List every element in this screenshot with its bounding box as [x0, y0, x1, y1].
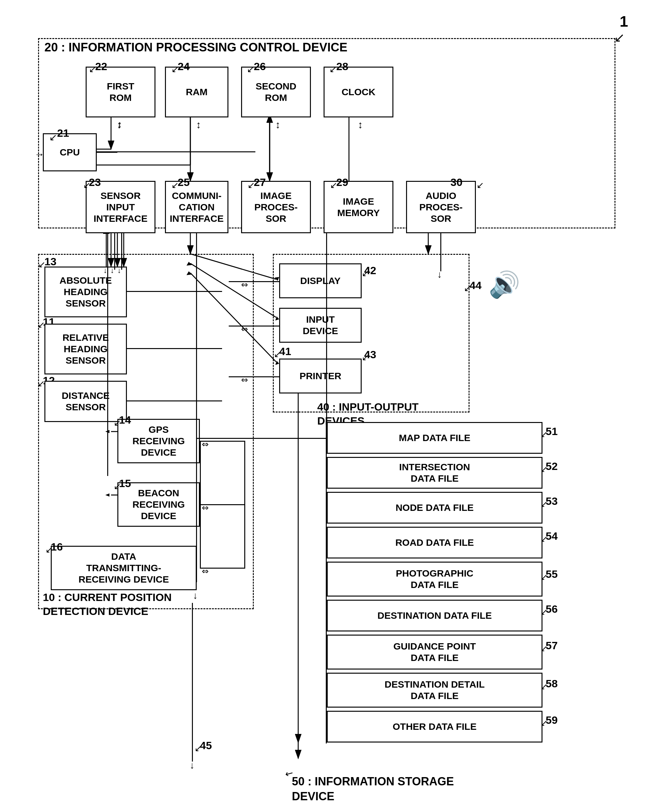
- node-data-file-box: NODE DATA FILE: [327, 492, 542, 524]
- first-rom-ref: 22: [95, 60, 107, 73]
- destination-detail-data-file-box: DESTINATION DETAILDATA FILE: [327, 673, 542, 708]
- printer-box: PRINTER: [279, 358, 362, 393]
- h-line-rel: [127, 348, 222, 349]
- image-processor-ref-arrow: ↙: [248, 180, 255, 190]
- ref-1-label: 1: [620, 13, 628, 30]
- sensor-input-ref-arrow: ↙: [83, 180, 90, 190]
- comm-interface-ref: 25: [177, 176, 190, 189]
- arrow-cpu-left: →: [34, 148, 44, 160]
- ref-56-arrow: ↙: [540, 607, 548, 617]
- rel-heading-box: RELATIVEHEADINGSENSOR: [44, 324, 127, 374]
- v-line-sensor1: [107, 233, 108, 270]
- ref-13: 13: [44, 256, 56, 268]
- ram-ref-arrow: ↙: [171, 64, 179, 75]
- diagram: 1 ↙: [13, 13, 641, 800]
- h-line-cpu: [97, 151, 255, 152]
- v-audio-down: [440, 233, 441, 271]
- h-bus-gps: [200, 441, 245, 442]
- ref-16-arrow: ↙: [45, 544, 53, 555]
- ref-15-arrow: ↙: [114, 481, 121, 491]
- display-box: DISPLAY: [279, 263, 362, 298]
- h-line-dist: [127, 401, 222, 401]
- audio-processor-box: AUDIOPROCES-SOR: [406, 181, 476, 233]
- first-rom-box: FIRSTROM: [86, 67, 156, 117]
- ref-41-arrow: ↙: [274, 349, 281, 360]
- h-bus-beacon: [200, 504, 245, 505]
- arrow-s1: ↓: [103, 266, 107, 275]
- second-rom-ref: 26: [254, 60, 266, 73]
- comm-interface-ref-arrow: ↙: [171, 180, 179, 190]
- audio-processor-ref-arrow: ↙: [476, 180, 484, 190]
- ref-44-arrow: ↙: [464, 283, 471, 293]
- clock-ref-arrow: ↙: [329, 64, 336, 75]
- h-line-abs: [127, 291, 222, 292]
- v-bus-line: [107, 270, 108, 476]
- destination-data-file-box: DESTINATION DATA FILE: [327, 600, 542, 631]
- h-comm-display: [229, 281, 279, 282]
- arrow-first-rom: ↕: [117, 119, 122, 131]
- ref-43-arrow: ↙: [362, 352, 369, 363]
- image-memory-ref: 29: [336, 176, 348, 189]
- ref-57-arrow: ↙: [540, 643, 548, 654]
- v-line-data-files: [326, 422, 327, 743]
- map-data-file-box: MAP DATA FILE: [327, 422, 542, 454]
- h-comm-printer: [229, 376, 279, 377]
- photographic-data-file-box: PHOTOGRAPHICDATA FILE: [327, 562, 542, 597]
- ref-59-arrow: ↙: [540, 718, 548, 728]
- sensor-input-ref: 23: [89, 176, 101, 189]
- arrow-second-rom: ↕: [276, 119, 280, 131]
- ref-55-arrow: ↙: [540, 572, 548, 582]
- ref-42-arrow: ↙: [362, 268, 369, 279]
- arrow-s3: ↓: [117, 266, 121, 275]
- arrow-audio-down: ↓: [437, 269, 442, 280]
- ref-12-arrow: ↙: [37, 378, 45, 389]
- main-device-label: 20 : INFORMATION PROCESSING CONTROL DEVI…: [44, 41, 347, 54]
- arrow-down-storage: ↓: [193, 590, 198, 601]
- image-processor-ref: 27: [254, 176, 266, 189]
- ref-45-arrow: ↙: [195, 743, 202, 754]
- guidance-point-data-file-box: GUIDANCE POINTDATA FILE: [327, 634, 542, 670]
- arrow-storage-down: ↓: [190, 760, 195, 771]
- audio-processor-ref: 30: [450, 176, 462, 189]
- v-line-storage: [192, 603, 193, 762]
- ref-54-arrow: ↙: [540, 534, 548, 544]
- cpu-ref: 21: [57, 127, 69, 139]
- image-memory-ref-arrow: ↙: [330, 180, 337, 190]
- speaker-icon: 🔊: [489, 270, 520, 299]
- info-storage-label: 50 : INFORMATION STORAGEDEVICE: [292, 774, 454, 804]
- other-data-file-box: OTHER DATA FILE: [327, 711, 542, 742]
- first-rom-ref-arrow: ↙: [89, 64, 96, 75]
- ref-11-arrow: ↙: [37, 320, 45, 330]
- arrow-ram: ↕: [196, 119, 201, 131]
- ram-ref: 24: [177, 60, 190, 73]
- current-position-label: 10 : CURRENT POSITIONDETECTION DEVICE: [43, 590, 171, 618]
- ref-44: 44: [470, 279, 481, 291]
- arrow-clock: ↕: [358, 119, 363, 131]
- arrow-s2: ↓: [111, 266, 114, 275]
- v-line-sensor2: [114, 233, 115, 270]
- sensor-input-box: SENSORINPUTINTERFACE: [86, 181, 156, 233]
- h-comm-to-files: [197, 438, 328, 439]
- v-line-comm-files: [326, 233, 327, 423]
- ref-52-arrow: ↙: [540, 464, 548, 474]
- v-comm-down: [196, 233, 197, 582]
- cpu-ref-arrow: ↙: [49, 132, 57, 143]
- ref-53-arrow: ↙: [540, 499, 548, 509]
- data-transmitting-box: DATATRANSMITTING-RECEIVING DEVICE: [51, 546, 197, 590]
- distance-sensor-box: DISTANCESENSOR: [44, 381, 127, 422]
- h-comm-input: [229, 326, 279, 327]
- intersection-data-file-box: INTERSECTIONDATA FILE: [327, 457, 542, 489]
- road-data-file-box: ROAD DATA FILE: [327, 527, 542, 558]
- clock-ref: 28: [336, 60, 348, 73]
- v-line-sensor3: [121, 233, 122, 270]
- abs-heading-box: ABSOLUTEHEADINGSENSOR: [44, 267, 127, 317]
- ref-14-arrow: ↙: [114, 418, 121, 428]
- ref-51-arrow: ↙: [540, 429, 548, 440]
- second-rom-ref-arrow: ↙: [247, 64, 254, 75]
- input-device-box: INPUTDEVICE: [279, 308, 362, 343]
- h-bus-data: [200, 568, 245, 569]
- ref-1-arrow: ↙: [614, 30, 625, 45]
- ref-58-arrow: ↙: [540, 681, 548, 692]
